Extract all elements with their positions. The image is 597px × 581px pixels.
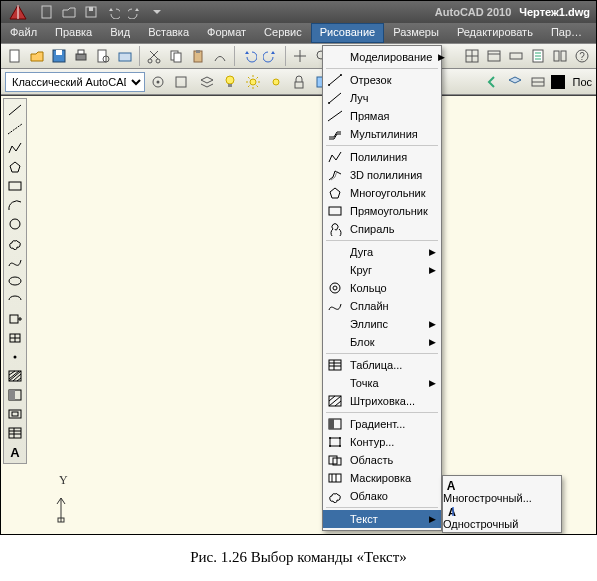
- menu-item-спираль[interactable]: Спираль: [323, 220, 441, 238]
- app-logo[interactable]: [1, 1, 35, 23]
- lightbulb-icon[interactable]: [220, 72, 240, 92]
- menu-item-мультилиния[interactable]: Мультилиния: [323, 125, 441, 143]
- print-icon[interactable]: [71, 46, 91, 66]
- undo-icon[interactable]: [239, 46, 259, 66]
- submenu-multiline-text[interactable]: A Многострочный...: [443, 478, 561, 504]
- color-swatch[interactable]: [551, 75, 565, 89]
- copy-icon[interactable]: [166, 46, 186, 66]
- revision-cloud-icon[interactable]: [4, 234, 26, 252]
- qat-redo-icon[interactable]: [127, 4, 143, 20]
- menu-edit[interactable]: Правка: [46, 23, 101, 43]
- qat-dropdown-icon[interactable]: [149, 4, 165, 20]
- menu-item-сплайн[interactable]: Сплайн: [323, 297, 441, 315]
- layer-icon[interactable]: [197, 72, 217, 92]
- design-center-icon[interactable]: [550, 46, 570, 66]
- region-icon[interactable]: [4, 405, 26, 423]
- spline-icon[interactable]: [4, 253, 26, 271]
- ellipse-icon[interactable]: [4, 272, 26, 290]
- menu-item-блок[interactable]: Блок▶: [323, 333, 441, 351]
- help-icon[interactable]: ?: [572, 46, 592, 66]
- qat-new-icon[interactable]: [39, 4, 55, 20]
- menu-item-градиент[interactable]: Градиент...: [323, 415, 441, 433]
- menu-item-label: Сплайн: [350, 300, 435, 312]
- workspace-save-icon[interactable]: [171, 72, 191, 92]
- menu-item-прямоугольник[interactable]: Прямоугольник: [323, 202, 441, 220]
- insert-block-icon[interactable]: [4, 310, 26, 328]
- menu-item-точка[interactable]: Точка▶: [323, 374, 441, 392]
- construction-line-icon[interactable]: [4, 120, 26, 138]
- menu-item-кольцо[interactable]: Кольцо: [323, 279, 441, 297]
- layer-manager-icon[interactable]: [528, 72, 548, 92]
- drawing-canvas[interactable]: A Y: [1, 95, 596, 534]
- rectangle-icon[interactable]: [4, 177, 26, 195]
- menu-item-текст[interactable]: Текст▶: [323, 510, 441, 528]
- menu-view[interactable]: Вид: [101, 23, 139, 43]
- new-icon[interactable]: [5, 46, 25, 66]
- toolbar-icon[interactable]: [506, 46, 526, 66]
- menu-item-маскировка[interactable]: Маскировка: [323, 469, 441, 487]
- redo-icon[interactable]: [261, 46, 281, 66]
- paste-icon[interactable]: [188, 46, 208, 66]
- layer-prev-icon[interactable]: [482, 72, 502, 92]
- menu-format[interactable]: Формат: [198, 23, 255, 43]
- point-icon[interactable]: [4, 348, 26, 366]
- freeze-icon[interactable]: [266, 72, 286, 92]
- preview-icon[interactable]: [93, 46, 113, 66]
- sun-icon[interactable]: [243, 72, 263, 92]
- menu-insert[interactable]: Вставка: [139, 23, 198, 43]
- qat-undo-icon[interactable]: [105, 4, 121, 20]
- submenu-arrow-icon: ▶: [429, 265, 435, 275]
- menu-item-область[interactable]: Область: [323, 451, 441, 469]
- publish-icon[interactable]: [115, 46, 135, 66]
- lock-icon[interactable]: [289, 72, 309, 92]
- menu-item-эллипс[interactable]: Эллипс▶: [323, 315, 441, 333]
- menu-item-дуга[interactable]: Дуга▶: [323, 243, 441, 261]
- circle-icon[interactable]: [4, 215, 26, 233]
- menu-item-3d полилиния[interactable]: 3D полилиния: [323, 166, 441, 184]
- menu-tools[interactable]: Сервис: [255, 23, 311, 43]
- menu-item-полилиния[interactable]: Полилиния: [323, 148, 441, 166]
- svg-rect-47: [9, 410, 21, 418]
- layer-state-icon[interactable]: [505, 72, 525, 92]
- polygon-icon[interactable]: [4, 158, 26, 176]
- arc-icon[interactable]: [4, 196, 26, 214]
- svg-text:A: A: [10, 445, 20, 459]
- menu-item-прямая[interactable]: Прямая: [323, 107, 441, 125]
- submenu-single-line-text[interactable]: A Однострочный: [443, 504, 561, 530]
- menu-item-отрезок[interactable]: Отрезок: [323, 71, 441, 89]
- menu-item-многоугольник[interactable]: Многоугольник: [323, 184, 441, 202]
- workspace-select[interactable]: Классический AutoCAD: [5, 72, 145, 92]
- make-block-icon[interactable]: [4, 329, 26, 347]
- menu-dimension[interactable]: Размеры: [384, 23, 448, 43]
- match-icon[interactable]: [210, 46, 230, 66]
- menu-draw[interactable]: Рисование: [311, 23, 384, 43]
- ellipse-arc-icon[interactable]: [4, 291, 26, 309]
- window-icon[interactable]: [484, 46, 504, 66]
- menu-item-контур[interactable]: Контур...: [323, 433, 441, 451]
- menu-modify[interactable]: Редактировать: [448, 23, 542, 43]
- mtext-icon[interactable]: A: [4, 443, 26, 461]
- hatch-icon[interactable]: [4, 367, 26, 385]
- qat-open-icon[interactable]: [61, 4, 77, 20]
- menu-item-таблица[interactable]: Таблица...: [323, 356, 441, 374]
- polyline-icon[interactable]: [4, 139, 26, 157]
- table-icon[interactable]: [4, 424, 26, 442]
- menu-file[interactable]: Файл: [1, 23, 46, 43]
- qat-save-icon[interactable]: [83, 4, 99, 20]
- grid-icon[interactable]: [462, 46, 482, 66]
- menu-item-icon: [326, 452, 344, 468]
- menu-item-круг[interactable]: Круг▶: [323, 261, 441, 279]
- menu-item-моделирование[interactable]: Моделирование▶: [323, 48, 441, 66]
- cut-icon[interactable]: [144, 46, 164, 66]
- workspace-settings-icon[interactable]: [148, 72, 168, 92]
- properties-icon[interactable]: [528, 46, 548, 66]
- open-icon[interactable]: [27, 46, 47, 66]
- gradient-icon[interactable]: [4, 386, 26, 404]
- menu-item-облако[interactable]: Облако: [323, 487, 441, 505]
- menu-item-штриховка[interactable]: Штриховка...: [323, 392, 441, 410]
- pan-icon[interactable]: [290, 46, 310, 66]
- menu-parametric[interactable]: Параметриза: [542, 23, 596, 43]
- menu-item-луч[interactable]: Луч: [323, 89, 441, 107]
- line-icon[interactable]: [4, 101, 26, 119]
- save-icon[interactable]: [49, 46, 69, 66]
